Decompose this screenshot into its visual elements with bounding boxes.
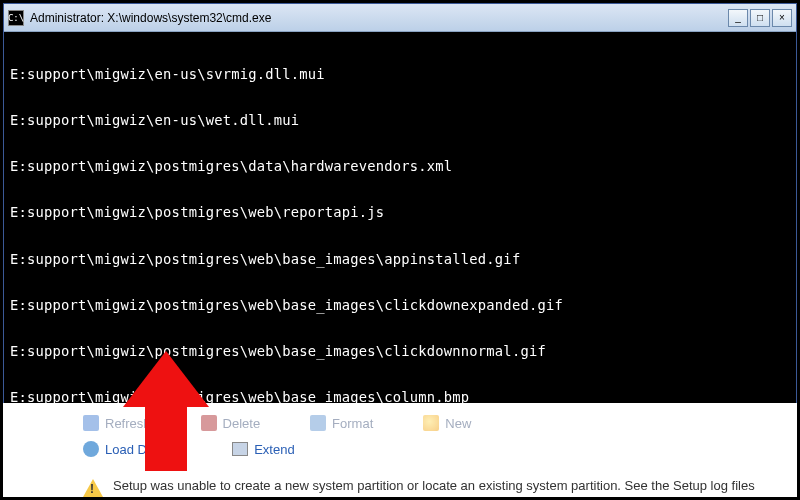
- extend-icon: [232, 442, 248, 456]
- load-driver-option[interactable]: Load Driver: [83, 441, 172, 457]
- setup-dialog-area: Refresh Delete Format New Load Driver Ex…: [3, 403, 797, 500]
- format-option[interactable]: Format: [310, 415, 373, 431]
- options-row-1: Refresh Delete Format New: [83, 415, 757, 431]
- output-line: E:support\migwiz\en-us\wet.dll.mui: [10, 113, 790, 128]
- refresh-label: Refresh: [105, 416, 151, 431]
- refresh-option[interactable]: Refresh: [83, 415, 151, 431]
- output-line: E:support\migwiz\postmigres\web\base_ima…: [10, 344, 790, 359]
- window-controls: _ □ ×: [728, 9, 792, 27]
- output-line: E:support\migwiz\postmigres\web\base_ima…: [10, 252, 790, 267]
- maximize-button[interactable]: □: [750, 9, 770, 27]
- new-label: New: [445, 416, 471, 431]
- output-line: E:support\migwiz\postmigres\data\hardwar…: [10, 159, 790, 174]
- minimize-button[interactable]: _: [728, 9, 748, 27]
- output-line: E:support\migwiz\postmigres\web\reportap…: [10, 205, 790, 220]
- titlebar[interactable]: C:\ Administrator: X:\windows\system32\c…: [4, 4, 796, 32]
- options-row-2: Load Driver Extend: [83, 441, 757, 457]
- load-driver-label: Load Driver: [105, 442, 172, 457]
- delete-icon: [201, 415, 217, 431]
- extend-label: Extend: [254, 442, 294, 457]
- extend-option[interactable]: Extend: [232, 442, 294, 457]
- cmd-icon: C:\: [8, 10, 24, 26]
- window-title: Administrator: X:\windows\system32\cmd.e…: [30, 11, 728, 25]
- format-label: Format: [332, 416, 373, 431]
- delete-option[interactable]: Delete: [201, 415, 261, 431]
- new-icon: [423, 415, 439, 431]
- delete-label: Delete: [223, 416, 261, 431]
- warning-message: Setup was unable to create a new system …: [83, 477, 757, 500]
- output-line: E:support\migwiz\postmigres\web\base_ima…: [10, 298, 790, 313]
- close-button[interactable]: ×: [772, 9, 792, 27]
- format-icon: [310, 415, 326, 431]
- warning-text: Setup was unable to create a new system …: [113, 477, 757, 500]
- load-driver-icon: [83, 441, 99, 457]
- refresh-icon: [83, 415, 99, 431]
- output-line: E:support\migwiz\en-us\svrmig.dll.mui: [10, 67, 790, 82]
- warning-icon: [83, 479, 103, 497]
- new-option[interactable]: New: [423, 415, 471, 431]
